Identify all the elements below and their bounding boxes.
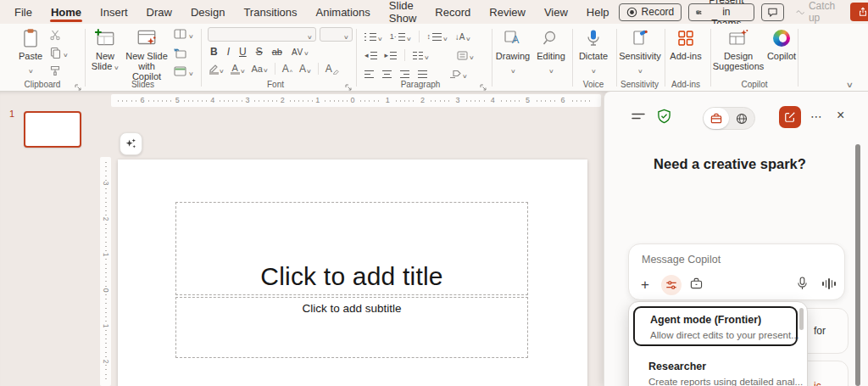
- vertical-ruler[interactable]: 321012: [100, 157, 111, 386]
- ruler-number: 0: [348, 96, 358, 105]
- message-copilot-input[interactable]: Message Copilot +: [628, 243, 845, 300]
- shrink-font-button[interactable]: A: [299, 63, 311, 75]
- format-painter-icon: [49, 64, 61, 76]
- increase-indent-icon: [390, 52, 397, 59]
- slide-canvas[interactable]: Click to add title Click to add subtitle: [118, 159, 587, 386]
- slide-layout-button[interactable]: [174, 28, 193, 40]
- work-grounding-icon[interactable]: [690, 277, 703, 293]
- menu-item[interactable]: Transitions: [234, 0, 306, 24]
- underline-button[interactable]: U: [239, 46, 247, 58]
- menu-item[interactable]: File: [5, 0, 42, 24]
- catch-up-button[interactable]: Catch up: [791, 0, 843, 24]
- menu-item[interactable]: Review: [480, 0, 535, 24]
- font-size-select[interactable]: [320, 27, 353, 42]
- editing-button[interactable]: Editing: [534, 27, 568, 76]
- font-color-button[interactable]: A: [231, 64, 245, 75]
- dialog-launcher-icon[interactable]: [480, 80, 488, 88]
- align-text-button[interactable]: [457, 48, 474, 62]
- addins-button[interactable]: Add-ins: [668, 27, 704, 61]
- add-attachment-icon[interactable]: +: [641, 277, 649, 292]
- menu-item[interactable]: Record: [426, 0, 480, 24]
- menu-item[interactable]: Help: [577, 0, 619, 24]
- more-options-icon[interactable]: ⋯: [810, 109, 823, 123]
- voice-waveform-icon[interactable]: [822, 278, 836, 289]
- menu-item[interactable]: Draw: [137, 0, 181, 24]
- reset-slide-button[interactable]: [174, 47, 193, 59]
- menu-item[interactable]: Home: [42, 0, 91, 24]
- researcher-option-title: Researcher: [648, 361, 706, 372]
- dictate-icon: [586, 27, 601, 49]
- drawing-button[interactable]: A Drawing: [495, 27, 531, 76]
- font-name-select[interactable]: [208, 27, 316, 42]
- dialog-launcher-icon[interactable]: [345, 80, 353, 88]
- new-slide-button[interactable]: NewSlide: [89, 27, 121, 71]
- record-button[interactable]: Record: [619, 3, 682, 21]
- new-slide-copilot-icon: [136, 27, 158, 49]
- decrease-indent-button[interactable]: ◂: [364, 52, 377, 59]
- bullets-button[interactable]: [364, 30, 382, 43]
- ruler-number: 2: [277, 96, 287, 105]
- microphone-icon[interactable]: [797, 277, 808, 294]
- grow-font-button[interactable]: A^: [282, 63, 292, 75]
- menu-item[interactable]: Insert: [91, 0, 137, 24]
- reset-icon: [174, 48, 186, 59]
- addins-icon: [677, 27, 694, 49]
- designer-sparkle-button[interactable]: [120, 132, 142, 155]
- increase-indent-button[interactable]: ▸: [385, 52, 398, 59]
- paste-button[interactable]: Paste: [14, 27, 47, 76]
- bold-button[interactable]: B: [210, 46, 218, 58]
- strikethrough-button[interactable]: S: [256, 46, 263, 58]
- sensitivity-button[interactable]: Sensitivity: [620, 27, 660, 76]
- share-button[interactable]: Share: [850, 3, 868, 21]
- change-case-button[interactable]: Aa: [252, 64, 268, 74]
- menu-item[interactable]: View: [535, 0, 577, 24]
- line-spacing-button[interactable]: ↕: [427, 30, 448, 43]
- present-in-teams-button[interactable]: T Present in Teams: [688, 3, 754, 21]
- copilot-button[interactable]: Copilot: [765, 27, 798, 61]
- collapse-ribbon-icon[interactable]: [847, 76, 853, 90]
- new-chat-button[interactable]: [779, 106, 801, 128]
- chat-history-icon[interactable]: [632, 110, 645, 126]
- dictate-button[interactable]: Dictate: [576, 27, 610, 76]
- italic-button[interactable]: I: [227, 46, 230, 58]
- character-spacing-button[interactable]: AV: [292, 47, 308, 57]
- ruler-number: 4: [487, 96, 498, 105]
- align-left-button[interactable]: [364, 70, 374, 78]
- ruler-number: 5: [172, 96, 182, 105]
- title-placeholder[interactable]: Click to add title: [175, 202, 528, 295]
- menu-tabs: FileHomeInsertDrawDesignTransitionsAnima…: [0, 0, 619, 24]
- align-right-button[interactable]: [400, 70, 409, 78]
- cut-button[interactable]: [49, 29, 68, 41]
- dropdown-scrollbar[interactable]: [799, 308, 804, 330]
- strikethrough-ab-button[interactable]: ab: [272, 47, 282, 57]
- numbering-button[interactable]: 1·: [390, 30, 411, 43]
- agent-picker-button[interactable]: [661, 275, 682, 295]
- new-slide-with-copilot-button[interactable]: New Slidewith Copilot: [123, 27, 170, 81]
- agent-mode-option[interactable]: Agent mode (Frontier) Allow direct edits…: [633, 306, 798, 346]
- columns-button[interactable]: [413, 48, 429, 62]
- menu-item[interactable]: Animations: [307, 0, 380, 24]
- panel-scrollbar[interactable]: [855, 144, 860, 386]
- researcher-option[interactable]: Researcher Create reports using detailed…: [633, 353, 798, 386]
- web-mode-toggle[interactable]: [729, 108, 754, 129]
- design-suggestions-button[interactable]: DesignSuggestions: [715, 27, 762, 71]
- slide-thumbnail[interactable]: [24, 111, 81, 148]
- close-icon[interactable]: ×: [837, 108, 844, 123]
- clear-formatting-button[interactable]: A: [326, 63, 339, 75]
- copy-button[interactable]: [49, 47, 68, 59]
- horizontal-ruler[interactable]: 6543210123456: [111, 94, 601, 107]
- work-mode-toggle[interactable]: [704, 108, 729, 129]
- justify-button[interactable]: [418, 70, 427, 78]
- text-direction-button[interactable]: ↓A: [455, 30, 470, 43]
- convert-to-smartart-button[interactable]: [449, 67, 467, 81]
- shield-check-icon[interactable]: [657, 109, 671, 127]
- text-highlight-button[interactable]: [209, 64, 224, 75]
- menu-item[interactable]: Design: [181, 0, 234, 24]
- subtitle-placeholder[interactable]: Click to add subtitle: [175, 297, 528, 358]
- dialog-launcher-icon[interactable]: [75, 80, 83, 88]
- comments-button[interactable]: [761, 3, 784, 21]
- align-center-button[interactable]: [382, 70, 392, 78]
- menu-item[interactable]: Slide Show: [380, 0, 426, 24]
- section-button[interactable]: [174, 65, 193, 77]
- format-painter-button[interactable]: [49, 64, 68, 76]
